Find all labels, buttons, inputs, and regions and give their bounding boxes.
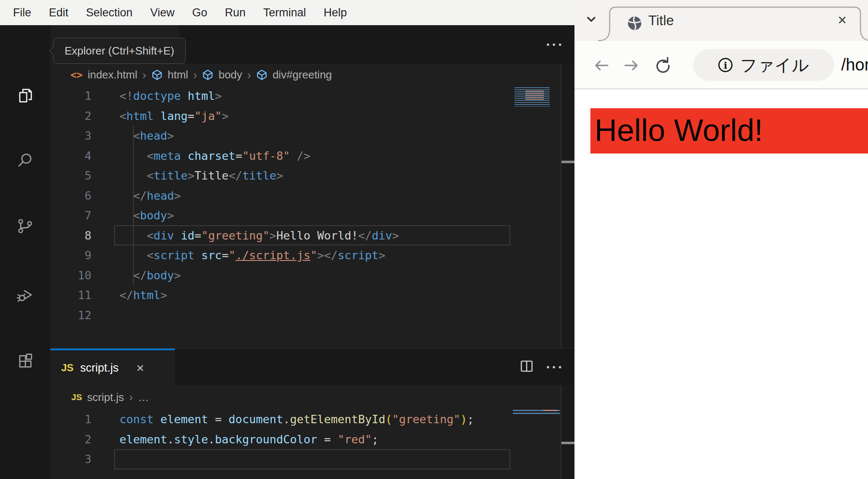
menu-view[interactable]: View xyxy=(141,6,183,19)
breadcrumb: JS script.js › … xyxy=(50,385,576,409)
menu-help[interactable]: Help xyxy=(315,6,356,19)
forward-button[interactable] xyxy=(622,56,641,75)
line-number: 4 xyxy=(50,146,91,166)
globe-icon xyxy=(627,16,642,31)
breadcrumb-body[interactable]: body xyxy=(218,68,242,81)
line-number: 1 xyxy=(50,86,91,106)
search-icon[interactable] xyxy=(16,151,34,169)
html-code-editor[interactable]: 1<!doctype html>2<html lang="ja">3 <head… xyxy=(50,86,520,348)
line-number: 12 xyxy=(50,305,91,325)
code-line[interactable]: 8 <div id="greeting">Hello World!</div> xyxy=(50,226,520,246)
more-actions-icon[interactable]: ··· xyxy=(546,37,564,52)
chevron-right-icon: › xyxy=(247,68,251,82)
tab-script-js[interactable]: JS script.js × xyxy=(50,349,175,385)
menu-bar: File Edit Selection View Go Run Terminal… xyxy=(0,0,576,25)
line-number: 5 xyxy=(50,166,91,186)
browser-toolbar: i ファイル /home/u xyxy=(574,41,868,89)
breadcrumb-more[interactable]: … xyxy=(138,391,149,404)
info-icon: i xyxy=(718,58,733,72)
code-line[interactable]: 7 <body> xyxy=(50,206,520,226)
scrollbar-handle[interactable] xyxy=(561,442,576,444)
address-bar[interactable]: /home/u xyxy=(841,41,868,89)
js-file-icon: JS xyxy=(61,362,73,374)
code-line[interactable]: 2element.style.backgroundColor = "red"; xyxy=(50,430,520,450)
explorer-icon[interactable] xyxy=(16,86,34,105)
symbol-cube-icon xyxy=(151,69,163,81)
breadcrumb: <> index.html › html › body › div#greeti… xyxy=(50,64,576,86)
line-number: 1 xyxy=(50,409,91,430)
symbol-cube-icon xyxy=(202,69,213,81)
code-line[interactable]: 1<!doctype html> xyxy=(50,86,520,106)
line-number: 9 xyxy=(50,245,91,266)
line-number: 10 xyxy=(50,266,91,286)
line-number: 11 xyxy=(50,285,91,305)
more-actions-icon[interactable]: ··· xyxy=(546,360,564,374)
code-line[interactable]: 2<html lang="ja"> xyxy=(50,106,520,126)
scrollbar[interactable] xyxy=(561,64,576,348)
code-line[interactable]: 1const element = document.getElementById… xyxy=(50,409,520,430)
reload-button[interactable] xyxy=(652,56,671,75)
symbol-cube-icon xyxy=(256,69,268,81)
line-number: 7 xyxy=(50,206,91,226)
code-line[interactable]: 6 </head> xyxy=(50,186,520,206)
vscode-window: File Edit Selection View Go Run Terminal… xyxy=(0,0,576,479)
minimap[interactable] xyxy=(513,410,560,415)
line-number: 6 xyxy=(50,186,91,206)
menu-file[interactable]: File xyxy=(4,6,40,19)
browser-tab[interactable]: Title xyxy=(648,0,674,41)
editor-actions: ··· xyxy=(546,25,564,64)
menu-edit[interactable]: Edit xyxy=(40,6,78,19)
menu-selection[interactable]: Selection xyxy=(77,6,141,19)
panel-actions: ··· xyxy=(519,349,564,385)
browser-tab-strip: Title × xyxy=(574,0,868,41)
line-number: 3 xyxy=(50,449,91,469)
line-number: 2 xyxy=(50,106,91,126)
screen: File Edit Selection View Go Run Terminal… xyxy=(0,0,868,479)
minimap[interactable] xyxy=(515,87,550,107)
breadcrumb-file[interactable]: index.html xyxy=(88,68,138,81)
html-file-icon: <> xyxy=(70,69,83,81)
breadcrumb-file[interactable]: script.js xyxy=(87,391,124,404)
run-debug-icon[interactable] xyxy=(16,286,34,304)
browser-page: Hello World! xyxy=(574,89,868,479)
breadcrumb-html[interactable]: html xyxy=(168,68,188,81)
scrollbar-handle[interactable] xyxy=(561,161,576,163)
chevron-right-icon: › xyxy=(142,68,146,82)
back-button[interactable] xyxy=(592,56,611,75)
code-line[interactable]: 12 xyxy=(50,305,520,325)
file-scheme-chip[interactable]: i ファイル xyxy=(693,49,834,81)
chip-label: ファイル xyxy=(740,54,809,77)
chevron-right-icon: › xyxy=(129,390,133,404)
code-line[interactable]: 10 </body> xyxy=(50,266,520,286)
js-file-icon: JS xyxy=(71,392,82,402)
code-line[interactable]: 9 <script src="./script.js"></script> xyxy=(50,245,520,266)
line-number: 2 xyxy=(50,430,91,450)
explorer-tooltip: Explorer (Ctrl+Shift+E) xyxy=(53,38,186,64)
line-number: 3 xyxy=(50,126,91,146)
hello-heading: Hello World! xyxy=(590,108,868,154)
split-editor-icon[interactable] xyxy=(519,359,534,375)
menu-go[interactable]: Go xyxy=(183,6,216,19)
code-line[interactable]: 4 <meta charset="utf-8" /> xyxy=(50,146,520,166)
chevron-right-icon: › xyxy=(193,68,197,82)
tab-label: script.js xyxy=(80,362,119,375)
close-icon[interactable]: × xyxy=(136,361,144,375)
code-line[interactable]: 3 xyxy=(50,449,520,469)
breadcrumb-div-greeting[interactable]: div#greeting xyxy=(273,68,332,81)
code-line[interactable]: 3 <head> xyxy=(50,126,520,146)
source-control-icon[interactable] xyxy=(16,217,34,235)
js-code-editor[interactable]: 1const element = document.getElementById… xyxy=(50,409,520,479)
code-line[interactable]: 5 <title>Title</title> xyxy=(50,166,520,186)
close-icon[interactable]: × xyxy=(838,0,847,40)
line-number: 8 xyxy=(50,226,91,246)
panel-tab-bar: JS script.js × ··· xyxy=(50,348,576,385)
activity-bar xyxy=(0,25,50,479)
menu-run[interactable]: Run xyxy=(216,6,255,19)
code-line[interactable]: 11</html> xyxy=(50,285,520,305)
menu-terminal[interactable]: Terminal xyxy=(255,6,315,19)
extensions-icon[interactable] xyxy=(16,352,34,370)
scrollbar[interactable] xyxy=(561,385,576,479)
browser-window: Title × i ファイル /home/u Hello World! xyxy=(574,0,868,479)
browser-tab-outline xyxy=(574,0,868,41)
